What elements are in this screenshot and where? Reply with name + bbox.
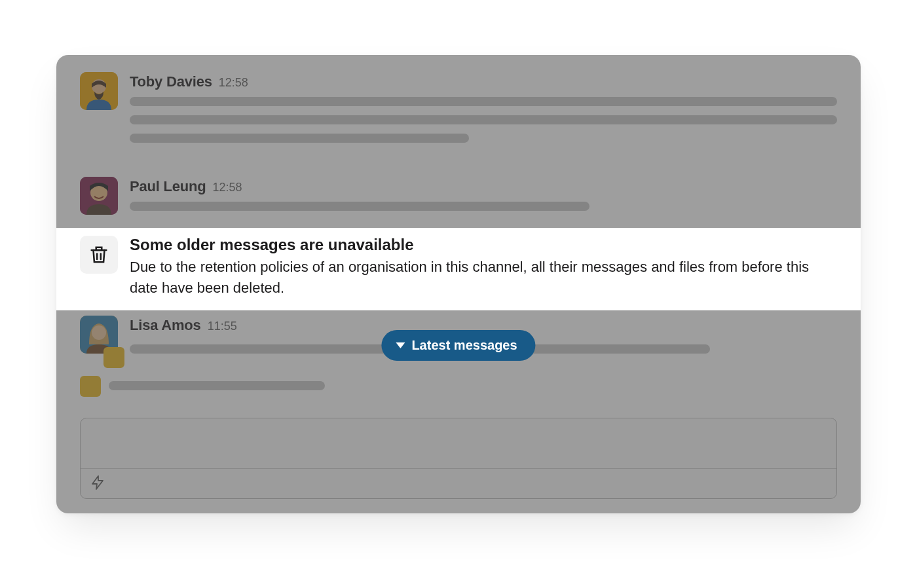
attachment-thumb[interactable]: [103, 347, 124, 368]
retention-notice: Some older messages are unavailable Due …: [56, 228, 861, 310]
sender-name[interactable]: Toby Davies: [130, 73, 212, 90]
trash-icon: [80, 236, 118, 274]
message-time: 11:55: [208, 320, 237, 333]
sender-name[interactable]: Paul Leung: [130, 178, 206, 195]
message-placeholder: [130, 202, 837, 211]
message-placeholder: [130, 97, 837, 143]
chat-window: Toby Davies 12:58 Paul Leung 12:: [56, 55, 861, 513]
message-composer[interactable]: [80, 418, 837, 499]
caret-down-icon: [396, 342, 405, 348]
svg-point-5: [92, 325, 106, 340]
avatar[interactable]: [80, 72, 118, 110]
attachment-thumb[interactable]: [80, 376, 101, 397]
pill-label: Latest messages: [411, 338, 517, 353]
notice-body: Due to the retention policies of an orga…: [130, 257, 824, 299]
message-placeholder: [109, 381, 325, 390]
message-time: 12:58: [213, 181, 242, 194]
message-time: 12:58: [219, 76, 248, 90]
sender-name[interactable]: Lisa Amos: [130, 317, 201, 334]
message-row: Paul Leung 12:58: [80, 177, 837, 220]
avatar[interactable]: [80, 177, 118, 215]
lightning-icon[interactable]: [90, 475, 105, 493]
notice-title: Some older messages are unavailable: [130, 236, 824, 254]
latest-messages-button[interactable]: Latest messages: [381, 330, 535, 361]
message-row: Toby Davies 12:58: [80, 72, 837, 152]
